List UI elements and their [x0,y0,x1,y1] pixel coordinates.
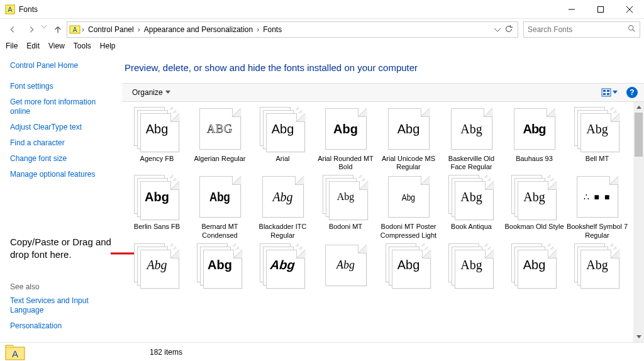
menu-edit[interactable]: Edit [22,40,44,53]
menubar: File Edit View Tools Help [0,40,644,53]
font-item[interactable]: Abg [189,242,251,300]
link-change-font-size[interactable]: Change font size [10,154,114,164]
chevron-right-icon[interactable]: › [80,25,86,34]
address-bar[interactable]: A › Control Panel › Appearance and Perso… [67,21,518,38]
font-sample: Abg [270,258,296,272]
scrollbar[interactable] [633,102,644,342]
font-item[interactable]: AbgArial Rounded MT Bold [314,106,377,171]
font-item[interactable]: AbgBookman Old Style [503,174,565,239]
link-more-font-info[interactable]: Get more font information online [10,97,114,116]
link-text-services[interactable]: Text Services and Input Language [10,296,114,315]
address-dropdown[interactable] [494,25,501,34]
scroll-track[interactable] [633,113,644,331]
font-item[interactable]: Abg [503,242,565,300]
refresh-button[interactable] [504,25,513,35]
font-item[interactable]: AbgBauhaus 93 [503,106,565,171]
font-sample: Abg [523,122,546,136]
svg-rect-3 [598,7,604,13]
font-sample: ABG [207,123,233,136]
font-item[interactable]: Abg [440,242,502,300]
font-thumbnail: Abg [258,174,308,220]
chevron-right-icon[interactable]: › [136,25,142,34]
font-item[interactable]: AbgArial Unicode MS Regular [377,106,440,171]
font-item[interactable]: AbgBerlin Sans FB [126,174,188,239]
link-find-character[interactable]: Find a character [10,138,114,148]
breadcrumb-appearance[interactable]: Appearance and Personalization [142,25,255,34]
menu-view[interactable]: View [44,40,69,53]
close-button[interactable] [615,0,644,19]
font-item[interactable]: AbgBlackadder ITC Regular [252,174,314,239]
font-label: Baskerville Old Face Regular [440,155,502,171]
scroll-down-button[interactable] [633,331,644,342]
font-thumbnail: Abg [573,106,622,152]
svg-text:A: A [73,26,77,33]
chevron-right-icon[interactable]: › [255,25,260,34]
font-label: Algerian Regular [194,155,246,164]
window-title: Fonts [19,5,557,14]
font-thumbnail: Abg [384,174,433,220]
menu-help[interactable]: Help [96,40,120,53]
font-label: Bauhaus 93 [516,155,553,164]
svg-text:A: A [8,6,13,13]
font-item[interactable]: ∴ ■ ■Bookshelf Symbol 7 Regular [566,174,628,239]
font-item[interactable]: AbgBell MT [566,106,628,171]
sidebar: Control Panel Home Font settings Get mor… [0,53,122,342]
font-sample: Abg [145,190,169,204]
up-button[interactable] [50,21,65,38]
menu-file[interactable]: File [1,40,22,53]
font-thumbnail: Abg [196,174,245,220]
font-sample: Abg [337,191,355,203]
link-cleartype[interactable]: Adjust ClearType text [10,123,114,132]
font-item[interactable]: AbgBernard MT Condensed [189,174,251,239]
font-sample: Abg [402,192,415,203]
breadcrumb-fonts[interactable]: Fonts [260,25,284,34]
font-thumbnail: ABG [196,106,245,152]
font-item[interactable]: Abg [314,242,377,300]
svg-rect-14 [603,93,606,95]
svg-text:A: A [12,348,18,359]
menu-tools[interactable]: Tools [69,40,96,53]
chevron-down-icon [165,91,170,94]
font-item[interactable]: Abg [126,242,188,300]
scroll-up-button[interactable] [633,102,644,113]
help-button[interactable]: ? [626,87,638,98]
font-thumbnail: Abg [447,242,496,289]
font-item[interactable]: AbgBodoni MT Poster Compressed Light [377,174,440,239]
view-options-button[interactable] [599,87,620,98]
back-button[interactable] [4,21,21,38]
search-box[interactable] [523,21,640,38]
font-sample: Abg [146,122,169,136]
font-label: Berlin Sans FB [134,223,180,231]
search-icon[interactable] [628,25,636,35]
scroll-thumb[interactable] [635,113,643,157]
font-item[interactable]: Abg [252,242,314,300]
font-label: Bookshelf Symbol 7 Regular [566,223,628,239]
font-item[interactable]: AbgAgency FB [126,106,188,171]
font-item[interactable]: ABGAlgerian Regular [189,106,251,171]
link-personalization[interactable]: Personalization [10,321,114,331]
font-label: Arial Rounded MT Bold [314,155,377,171]
maximize-button[interactable] [586,0,615,19]
font-sample: Abg [272,122,294,136]
font-item[interactable]: AbgBook Antiqua [440,174,502,239]
font-item[interactable]: Abg [377,242,440,300]
minimize-button[interactable] [557,0,586,19]
search-input[interactable] [528,25,628,34]
recent-dropdown[interactable] [42,21,49,38]
font-grid: AbgAgency FBABGAlgerian RegularAbgArialA… [122,102,644,304]
font-label: Bodoni MT [329,223,362,231]
font-item[interactable]: AbgBodoni MT [314,174,377,239]
font-item[interactable]: Abg [566,242,628,300]
font-item[interactable]: AbgArial [252,106,314,171]
link-optional-features[interactable]: Manage optional features [10,170,114,179]
font-label: Agency FB [140,155,174,164]
forward-button[interactable] [23,21,40,38]
organize-menu[interactable]: Organize [128,86,174,99]
font-label: Blackadder ITC Regular [252,223,314,239]
font-item[interactable]: AbgBaskerville Old Face Regular [440,106,502,171]
link-font-settings[interactable]: Font settings [10,82,114,91]
font-thumbnail: Abg [258,242,308,289]
font-sample: Abg [272,190,292,204]
breadcrumb-control-panel[interactable]: Control Panel [86,25,136,34]
link-cp-home[interactable]: Control Panel Home [10,61,114,70]
